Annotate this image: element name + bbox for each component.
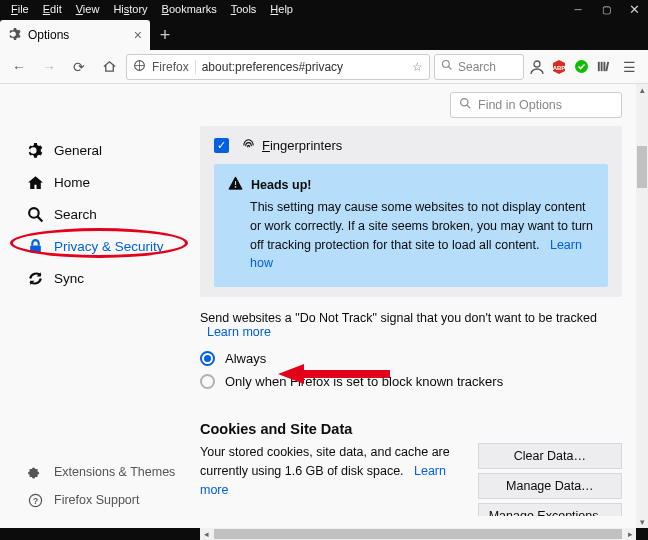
svg-point-18	[235, 186, 237, 188]
back-button[interactable]: ←	[6, 54, 32, 80]
dnt-option-only-blocking[interactable]: Only when Firefox is set to block known …	[200, 370, 622, 393]
status-ok-icon[interactable]	[572, 58, 590, 76]
dnt-learn-more-link[interactable]: Learn more	[207, 325, 271, 339]
manage-data-button[interactable]: Manage Data…	[478, 473, 622, 499]
home-button[interactable]	[96, 54, 122, 80]
sidebar-item-label: Privacy & Security	[54, 239, 164, 254]
sidebar-footer: Extensions & Themes ? Firefox Support	[18, 458, 188, 514]
svg-line-14	[37, 216, 42, 221]
alert-heading: Heads up!	[251, 178, 311, 192]
new-tab-button[interactable]: +	[150, 20, 180, 50]
svg-point-11	[461, 99, 468, 106]
svg-rect-15	[30, 245, 41, 252]
menu-history[interactable]: History	[106, 1, 154, 17]
sidebar-extensions[interactable]: Extensions & Themes	[18, 458, 188, 486]
sidebar-item-label: Extensions & Themes	[54, 465, 175, 479]
minimize-button[interactable]: ─	[564, 0, 592, 18]
abp-icon[interactable]: ABP	[550, 58, 568, 76]
sidebar-item-label: General	[54, 143, 102, 158]
menubar: File Edit View History Bookmarks Tools H…	[0, 0, 648, 18]
fingerprinters-panel: ✓ Fingerprinters Heads up! This setting …	[200, 126, 622, 297]
gear-icon	[26, 141, 44, 159]
svg-point-3	[534, 61, 540, 67]
clear-data-button[interactable]: Clear Data…	[478, 443, 622, 469]
dnt-option-always[interactable]: Always	[200, 347, 622, 370]
menu-bookmarks[interactable]: Bookmarks	[155, 1, 224, 17]
firefox-icon	[133, 59, 146, 75]
scroll-down-icon[interactable]: ▾	[636, 516, 648, 528]
sidebar: General Home Search Privacy & Security S…	[18, 134, 188, 294]
alert-body-text: This setting may cause some websites to …	[250, 200, 593, 252]
home-icon	[26, 173, 44, 191]
content-area: Find in Options General Home Search Priv…	[0, 84, 636, 528]
heads-up-alert: Heads up! This setting may cause some we…	[214, 164, 608, 287]
search-bar[interactable]: Search	[434, 54, 524, 80]
horizontal-scrollbar[interactable]: ◂ ▸	[200, 528, 636, 540]
search-placeholder: Search	[458, 60, 496, 74]
account-icon[interactable]	[528, 58, 546, 76]
svg-point-1	[443, 61, 450, 68]
help-icon: ?	[26, 491, 44, 509]
sidebar-item-label: Home	[54, 175, 90, 190]
sidebar-item-search[interactable]: Search	[18, 198, 188, 230]
close-button[interactable]: ✕	[620, 0, 648, 18]
sidebar-item-general[interactable]: General	[18, 134, 188, 166]
find-placeholder: Find in Options	[478, 98, 562, 112]
svg-text:?: ?	[32, 495, 37, 505]
warning-icon	[228, 176, 243, 194]
sidebar-item-label: Sync	[54, 271, 84, 286]
radio-label: Always	[225, 351, 266, 366]
menu-button[interactable]: ☰	[616, 54, 642, 80]
toolbar: ← → ⟳ Firefox about:preferences#privacy …	[0, 50, 648, 84]
tab-options[interactable]: Options ×	[0, 20, 150, 50]
svg-rect-8	[600, 62, 602, 71]
sync-icon	[26, 269, 44, 287]
lock-icon	[26, 237, 44, 255]
url-identity: Firefox	[152, 60, 196, 74]
tab-bar: Options × +	[0, 18, 648, 50]
sidebar-item-label: Firefox Support	[54, 493, 139, 507]
sidebar-item-home[interactable]: Home	[18, 166, 188, 198]
fingerprinters-checkbox[interactable]: ✓	[214, 138, 229, 153]
fingerprint-icon	[241, 136, 256, 154]
fingerprinters-label: Fingerprinters	[262, 138, 342, 153]
dnt-label: Send websites a "Do Not Track" signal th…	[200, 311, 597, 325]
manage-exceptions-button[interactable]: Manage Exceptions…	[478, 503, 622, 516]
maximize-button[interactable]: ▢	[592, 0, 620, 18]
scroll-up-icon[interactable]: ▴	[636, 84, 648, 96]
main-panel: ✓ Fingerprinters Heads up! This setting …	[200, 126, 622, 516]
svg-text:ABP: ABP	[553, 65, 566, 71]
svg-rect-10	[605, 62, 609, 72]
window-controls: ─ ▢ ✕	[564, 0, 648, 18]
vertical-scrollbar[interactable]: ▴ ▾	[636, 84, 648, 528]
scrollbar-thumb[interactable]	[214, 529, 622, 539]
menu-help[interactable]: Help	[263, 1, 300, 17]
reload-button[interactable]: ⟳	[66, 54, 92, 80]
library-icon[interactable]	[594, 58, 612, 76]
sidebar-item-sync[interactable]: Sync	[18, 262, 188, 294]
search-icon	[441, 59, 453, 74]
scroll-left-icon[interactable]: ◂	[200, 528, 212, 540]
menu-tools[interactable]: Tools	[224, 1, 264, 17]
url-text: about:preferences#privacy	[202, 60, 343, 74]
menu-file[interactable]: File	[4, 1, 36, 17]
svg-rect-9	[603, 62, 605, 71]
tab-close-icon[interactable]: ×	[134, 27, 142, 43]
radio-icon[interactable]	[200, 351, 215, 366]
bookmark-star-icon[interactable]: ☆	[412, 60, 423, 74]
menu-view[interactable]: View	[69, 1, 107, 17]
radio-icon[interactable]	[200, 374, 215, 389]
url-bar[interactable]: Firefox about:preferences#privacy ☆	[126, 54, 430, 80]
sidebar-support[interactable]: ? Firefox Support	[18, 486, 188, 514]
puzzle-icon	[26, 463, 44, 481]
find-in-options[interactable]: Find in Options	[450, 92, 622, 118]
gear-icon	[8, 27, 22, 44]
tab-title: Options	[28, 28, 69, 42]
sidebar-item-privacy[interactable]: Privacy & Security	[18, 230, 188, 262]
scroll-right-icon[interactable]: ▸	[624, 528, 636, 540]
forward-button[interactable]: →	[36, 54, 62, 80]
radio-label: Only when Firefox is set to block known …	[225, 374, 503, 389]
scrollbar-thumb[interactable]	[637, 146, 647, 188]
menu-edit[interactable]: Edit	[36, 1, 69, 17]
search-icon	[26, 205, 44, 223]
